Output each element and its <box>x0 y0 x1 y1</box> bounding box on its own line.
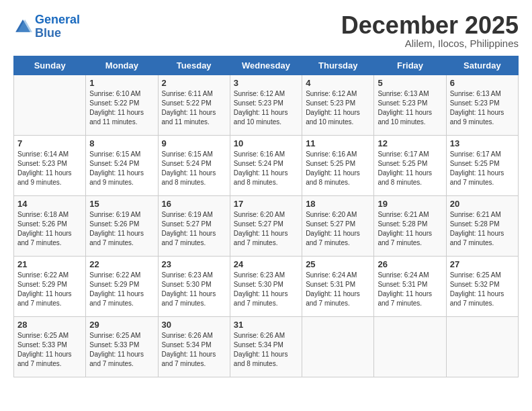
calendar-cell <box>302 317 374 377</box>
calendar-cell: 6Sunrise: 6:13 AM Sunset: 5:23 PM Daylig… <box>446 75 518 136</box>
day-info: Sunrise: 6:25 AM Sunset: 5:33 PM Dayligh… <box>89 331 154 369</box>
day-number: 22 <box>89 259 154 269</box>
calendar-header-row: SundayMondayTuesdayWednesdayThursdayFrid… <box>14 56 519 75</box>
calendar-cell: 10Sunrise: 6:16 AM Sunset: 5:24 PM Dayli… <box>230 136 302 196</box>
day-info: Sunrise: 6:16 AM Sunset: 5:24 PM Dayligh… <box>234 150 298 187</box>
day-header-friday: Friday <box>374 56 446 75</box>
day-header-sunday: Sunday <box>14 56 86 75</box>
day-info: Sunrise: 6:17 AM Sunset: 5:25 PM Dayligh… <box>378 150 442 187</box>
day-number: 5 <box>378 78 442 88</box>
calendar-cell: 26Sunrise: 6:24 AM Sunset: 5:31 PM Dayli… <box>374 257 446 317</box>
day-info: Sunrise: 6:25 AM Sunset: 5:32 PM Dayligh… <box>450 271 515 308</box>
title-block: December 2025 Alilem, Ilocos, Philippine… <box>341 13 519 49</box>
day-number: 11 <box>306 138 370 148</box>
day-info: Sunrise: 6:12 AM Sunset: 5:23 PM Dayligh… <box>306 89 370 127</box>
day-info: Sunrise: 6:19 AM Sunset: 5:26 PM Dayligh… <box>89 210 154 248</box>
day-number: 9 <box>162 138 226 148</box>
day-info: Sunrise: 6:20 AM Sunset: 5:27 PM Dayligh… <box>234 210 298 248</box>
week-row-1: 1Sunrise: 6:10 AM Sunset: 5:22 PM Daylig… <box>14 75 519 136</box>
day-number: 28 <box>17 320 82 330</box>
day-info: Sunrise: 6:24 AM Sunset: 5:31 PM Dayligh… <box>306 271 370 308</box>
day-number: 2 <box>162 78 226 88</box>
day-info: Sunrise: 6:19 AM Sunset: 5:27 PM Dayligh… <box>162 210 226 248</box>
day-info: Sunrise: 6:24 AM Sunset: 5:31 PM Dayligh… <box>378 271 442 308</box>
calendar-cell: 16Sunrise: 6:19 AM Sunset: 5:27 PM Dayli… <box>158 196 230 257</box>
day-number: 8 <box>89 138 154 148</box>
calendar-cell: 30Sunrise: 6:26 AM Sunset: 5:34 PM Dayli… <box>158 317 230 377</box>
day-number: 12 <box>378 138 442 148</box>
calendar-cell: 9Sunrise: 6:15 AM Sunset: 5:24 PM Daylig… <box>158 136 230 196</box>
day-info: Sunrise: 6:15 AM Sunset: 5:24 PM Dayligh… <box>89 150 154 187</box>
day-info: Sunrise: 6:23 AM Sunset: 5:30 PM Dayligh… <box>234 271 298 308</box>
day-number: 23 <box>162 259 226 269</box>
day-number: 6 <box>450 78 515 88</box>
day-info: Sunrise: 6:20 AM Sunset: 5:27 PM Dayligh… <box>306 210 370 248</box>
calendar-cell <box>14 75 86 136</box>
week-row-4: 21Sunrise: 6:22 AM Sunset: 5:29 PM Dayli… <box>14 257 519 317</box>
day-number: 21 <box>17 259 82 269</box>
calendar-cell: 12Sunrise: 6:17 AM Sunset: 5:25 PM Dayli… <box>374 136 446 196</box>
day-info: Sunrise: 6:26 AM Sunset: 5:34 PM Dayligh… <box>162 331 226 369</box>
day-number: 26 <box>378 259 442 269</box>
day-info: Sunrise: 6:22 AM Sunset: 5:29 PM Dayligh… <box>89 271 154 308</box>
day-number: 30 <box>162 320 226 330</box>
calendar-cell: 15Sunrise: 6:19 AM Sunset: 5:26 PM Dayli… <box>86 196 158 257</box>
calendar-cell <box>446 317 518 377</box>
logo-icon <box>13 17 32 36</box>
day-header-saturday: Saturday <box>446 56 518 75</box>
calendar-cell: 24Sunrise: 6:23 AM Sunset: 5:30 PM Dayli… <box>230 257 302 317</box>
calendar-cell: 25Sunrise: 6:24 AM Sunset: 5:31 PM Dayli… <box>302 257 374 317</box>
calendar-table: SundayMondayTuesdayWednesdayThursdayFrid… <box>13 56 519 377</box>
logo-text: General Blue <box>35 13 80 40</box>
day-number: 13 <box>450 138 515 148</box>
logo-line1: General <box>35 13 80 26</box>
day-header-monday: Monday <box>86 56 158 75</box>
day-number: 25 <box>306 259 370 269</box>
day-number: 7 <box>17 138 82 148</box>
calendar-cell: 28Sunrise: 6:25 AM Sunset: 5:33 PM Dayli… <box>14 317 86 377</box>
day-header-tuesday: Tuesday <box>158 56 230 75</box>
day-info: Sunrise: 6:23 AM Sunset: 5:30 PM Dayligh… <box>162 271 226 308</box>
day-info: Sunrise: 6:26 AM Sunset: 5:34 PM Dayligh… <box>234 331 298 369</box>
month-title: December 2025 <box>341 13 519 38</box>
calendar-cell: 27Sunrise: 6:25 AM Sunset: 5:32 PM Dayli… <box>446 257 518 317</box>
day-info: Sunrise: 6:17 AM Sunset: 5:25 PM Dayligh… <box>450 150 515 187</box>
day-info: Sunrise: 6:18 AM Sunset: 5:26 PM Dayligh… <box>17 210 82 248</box>
day-header-thursday: Thursday <box>302 56 374 75</box>
calendar-cell: 29Sunrise: 6:25 AM Sunset: 5:33 PM Dayli… <box>86 317 158 377</box>
day-number: 29 <box>89 320 154 330</box>
week-row-5: 28Sunrise: 6:25 AM Sunset: 5:33 PM Dayli… <box>14 317 519 377</box>
day-info: Sunrise: 6:13 AM Sunset: 5:23 PM Dayligh… <box>378 89 442 127</box>
day-info: Sunrise: 6:21 AM Sunset: 5:28 PM Dayligh… <box>450 210 515 248</box>
day-info: Sunrise: 6:10 AM Sunset: 5:22 PM Dayligh… <box>89 89 154 127</box>
calendar-cell: 22Sunrise: 6:22 AM Sunset: 5:29 PM Dayli… <box>86 257 158 317</box>
day-info: Sunrise: 6:15 AM Sunset: 5:24 PM Dayligh… <box>162 150 226 187</box>
calendar-cell: 1Sunrise: 6:10 AM Sunset: 5:22 PM Daylig… <box>86 75 158 136</box>
day-number: 27 <box>450 259 515 269</box>
calendar-cell: 14Sunrise: 6:18 AM Sunset: 5:26 PM Dayli… <box>14 196 86 257</box>
day-info: Sunrise: 6:21 AM Sunset: 5:28 PM Dayligh… <box>378 210 442 248</box>
calendar-cell: 3Sunrise: 6:12 AM Sunset: 5:23 PM Daylig… <box>230 75 302 136</box>
calendar-cell: 2Sunrise: 6:11 AM Sunset: 5:22 PM Daylig… <box>158 75 230 136</box>
day-number: 10 <box>234 138 298 148</box>
day-number: 15 <box>89 199 154 209</box>
calendar-cell: 18Sunrise: 6:20 AM Sunset: 5:27 PM Dayli… <box>302 196 374 257</box>
day-number: 16 <box>162 199 226 209</box>
day-number: 1 <box>89 78 154 88</box>
calendar-cell: 7Sunrise: 6:14 AM Sunset: 5:23 PM Daylig… <box>14 136 86 196</box>
day-header-wednesday: Wednesday <box>230 56 302 75</box>
calendar-cell: 17Sunrise: 6:20 AM Sunset: 5:27 PM Dayli… <box>230 196 302 257</box>
calendar-cell: 21Sunrise: 6:22 AM Sunset: 5:29 PM Dayli… <box>14 257 86 317</box>
day-number: 20 <box>450 199 515 209</box>
day-number: 14 <box>17 199 82 209</box>
day-info: Sunrise: 6:16 AM Sunset: 5:25 PM Dayligh… <box>306 150 370 187</box>
day-info: Sunrise: 6:11 AM Sunset: 5:22 PM Dayligh… <box>162 89 226 127</box>
calendar-cell: 4Sunrise: 6:12 AM Sunset: 5:23 PM Daylig… <box>302 75 374 136</box>
week-row-3: 14Sunrise: 6:18 AM Sunset: 5:26 PM Dayli… <box>14 196 519 257</box>
calendar-cell: 23Sunrise: 6:23 AM Sunset: 5:30 PM Dayli… <box>158 257 230 317</box>
day-number: 17 <box>234 199 298 209</box>
day-info: Sunrise: 6:25 AM Sunset: 5:33 PM Dayligh… <box>17 331 82 369</box>
day-number: 31 <box>234 320 298 330</box>
calendar-cell: 8Sunrise: 6:15 AM Sunset: 5:24 PM Daylig… <box>86 136 158 196</box>
page-header: General Blue December 2025 Alilem, Iloco… <box>13 13 519 49</box>
